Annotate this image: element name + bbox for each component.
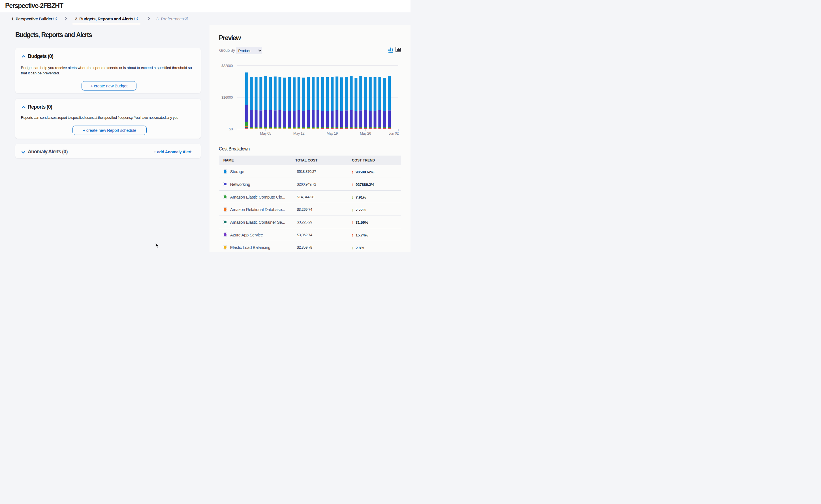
svg-text:May 05: May 05 xyxy=(260,131,271,135)
svg-text:Jun 02: Jun 02 xyxy=(389,131,399,135)
svg-text:May 26: May 26 xyxy=(360,131,371,135)
svg-text:$0: $0 xyxy=(229,127,233,131)
svg-text:$16000: $16000 xyxy=(222,95,233,100)
svg-text:May 12: May 12 xyxy=(293,131,304,135)
svg-text:$32000: $32000 xyxy=(222,64,233,68)
svg-text:May 19: May 19 xyxy=(327,131,338,135)
